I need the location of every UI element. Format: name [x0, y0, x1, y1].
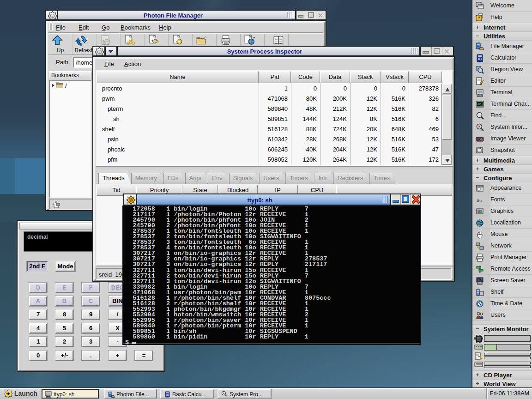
svg-text:a: a [480, 198, 482, 203]
svg-text:?: ? [478, 16, 480, 20]
svg-text:ab: ab [478, 103, 481, 106]
svg-text:a: a [477, 197, 480, 204]
